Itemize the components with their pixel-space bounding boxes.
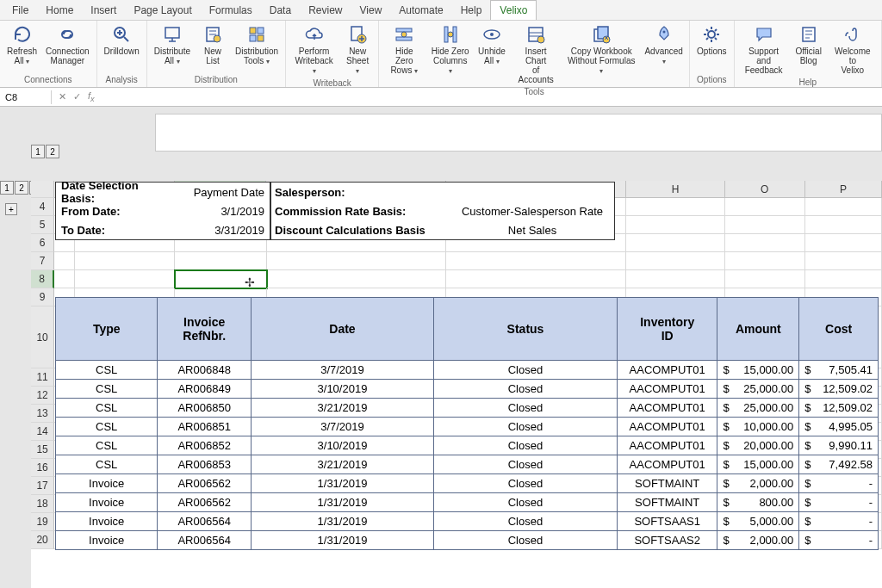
row-header-20[interactable]: 20 [31,531,54,549]
enter-icon[interactable]: ✓ [73,91,81,102]
fx-icon[interactable]: fx [88,90,95,103]
cell-C8[interactable] [175,270,267,288]
row-header-11[interactable]: 11 [31,368,54,387]
welcome-to-velixo-button[interactable]: Welcome toVelixo [828,22,878,77]
cell-O5[interactable] [725,216,805,234]
table-row[interactable]: CSLAR0068483/7/2019ClosedAACOMPUT01$15,0… [55,361,879,380]
cell-E7[interactable] [267,252,446,270]
tab-formulas[interactable]: Formulas [201,1,261,20]
column-header-P[interactable]: P [805,181,882,197]
table-row[interactable]: CSLAR0068493/10/2019ClosedAACOMPUT01$25,… [55,380,879,399]
perform-writeback-button[interactable]: PerformWriteback ▾ [289,22,339,77]
tab-review[interactable]: Review [300,1,351,20]
table-row[interactable]: InvoiceAR0065621/31/2019ClosedSOFTMAINT$… [55,493,879,512]
cancel-icon[interactable]: ✕ [59,91,66,102]
cell-H4[interactable] [626,198,724,216]
cell-P6[interactable] [805,234,882,252]
cell-H5[interactable] [626,216,724,234]
connection-manager-button[interactable]: ConnectionManager [42,22,93,67]
cell-F7[interactable] [446,252,626,270]
hide-zero-columns-button[interactable]: Hide ZeroColumns ▾ [427,22,473,77]
name-box[interactable]: C8 [0,90,52,104]
tab-automate[interactable]: Automate [390,1,451,20]
refresh-all-button[interactable]: RefreshAll ▾ [3,22,40,68]
column-header-H[interactable]: H [626,181,724,197]
row-header-13[interactable]: 13 [31,405,54,423]
row-header-10[interactable]: 10 [31,306,54,368]
row-header-17[interactable]: 17 [31,477,54,495]
cell-O7[interactable] [725,252,805,270]
insert-chart-of-accounts-button[interactable]: Insert Chartof Accounts [511,22,561,86]
cell-B8[interactable] [75,270,175,288]
cell-H8[interactable] [626,270,724,288]
select-all-corner[interactable] [31,181,54,198]
distribution-tools-button[interactable]: DistributionTools ▾ [232,22,282,68]
table-row[interactable]: InvoiceAR0065621/31/2019ClosedSOFTMAINT$… [55,474,879,493]
tab-file[interactable]: File [3,1,37,20]
row-header-12[interactable]: 12 [31,387,54,405]
cell-A7[interactable] [54,252,75,270]
column-header-O[interactable]: O [725,181,805,197]
tab-view[interactable]: View [351,1,391,20]
tab-page-layout[interactable]: Page Layout [125,1,200,20]
cell-F8[interactable] [446,270,626,288]
table-row[interactable]: CSLAR0068503/21/2019ClosedAACOMPUT01$25,… [55,399,879,418]
outline-col-level-2[interactable]: 2 [46,145,59,158]
outline-row-level-2[interactable]: 2 [15,181,28,195]
options-button[interactable]: Options [693,22,730,58]
cell-E8[interactable] [267,270,446,288]
tab-velixo[interactable]: Velixo [490,0,537,20]
cell-P4[interactable] [805,198,882,216]
cell-A8[interactable] [54,270,75,288]
tab-insert[interactable]: Insert [82,1,125,20]
cell-C7[interactable] [175,252,267,270]
spreadsheet-grid[interactable]: ABCEFHOP 4567891011121314151617181920 Da… [31,181,882,588]
row-header-6[interactable]: 6 [31,234,54,252]
advanced-button[interactable]: Advanced▾ [642,22,686,68]
outline-row-level-1[interactable]: 1 [0,181,14,195]
support-and-feedback-button[interactable]: Support andFeedback [738,22,790,77]
drilldown-button[interactable]: Drilldown [101,22,143,58]
row-header-8[interactable]: 8 [31,270,54,288]
table-row[interactable]: InvoiceAR0065641/31/2019ClosedSOFTSAAS1$… [55,512,879,531]
formula-input[interactable] [102,90,882,104]
cell-H6[interactable] [626,234,724,252]
hide-zero-rows-button[interactable]: Hide ZeroRows ▾ [382,22,425,77]
tab-help[interactable]: Help [452,1,491,20]
cell-P8[interactable] [805,270,882,288]
cell-B7[interactable] [75,252,175,270]
cell-P7[interactable] [805,252,882,270]
table-row[interactable]: CSLAR0068513/7/2019ClosedAACOMPUT01$10,0… [55,418,879,436]
row-header-9[interactable]: 9 [31,288,54,306]
row-header-14[interactable]: 14 [31,423,54,441]
table-cell: 3/21/2019 [252,455,434,473]
outline-col-level-1[interactable]: 1 [31,145,45,158]
table-row[interactable]: CSLAR0068533/21/2019ClosedAACOMPUT01$15,… [55,455,879,474]
formula-expand-area[interactable] [155,114,882,152]
table-row[interactable]: InvoiceAR0065641/31/2019ClosedSOFTSAAS2$… [55,531,879,550]
row-header-18[interactable]: 18 [31,495,54,513]
row-header-4[interactable]: 4 [31,198,54,216]
row-header-16[interactable]: 16 [31,459,54,477]
cell-H7[interactable] [626,252,724,270]
tab-home[interactable]: Home [37,1,82,20]
tab-data[interactable]: Data [261,1,300,20]
new-list-button[interactable]: NewList [196,22,230,67]
row-header-15[interactable]: 15 [31,441,54,459]
row-header-7[interactable]: 7 [31,252,54,270]
new-sheet-button[interactable]: NewSheet ▾ [340,22,375,77]
table-cell: CSL [56,361,158,379]
cell-O8[interactable] [725,270,805,288]
distribute-all-button[interactable]: DistributeAll ▾ [151,22,194,68]
cell-O4[interactable] [725,198,805,216]
row-header-5[interactable]: 5 [31,216,54,234]
cell-P5[interactable] [805,216,882,234]
official-blog-button[interactable]: OfficialBlog [792,22,826,67]
outline-expand-icon[interactable]: + [5,203,17,215]
cell-O6[interactable] [725,234,805,252]
copy-workbook-without-formulas-button[interactable]: Copy WorkbookWithout Formulas ▾ [562,22,640,77]
row-header-19[interactable]: 19 [31,513,54,531]
unhide-all-button[interactable]: UnhideAll ▾ [475,22,509,68]
table-row[interactable]: CSLAR0068523/10/2019ClosedAACOMPUT01$20,… [55,436,879,455]
drilldown-label: Drilldown [104,46,140,56]
